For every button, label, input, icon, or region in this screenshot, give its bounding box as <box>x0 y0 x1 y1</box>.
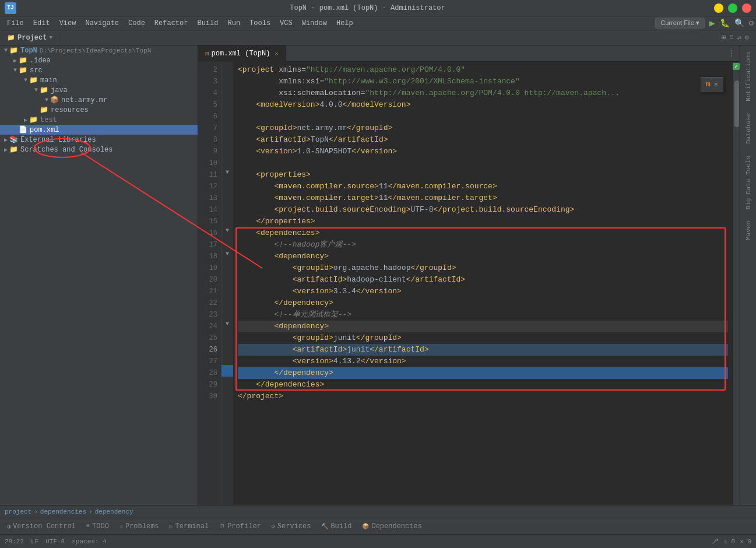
package-icon: 📦 <box>50 96 59 104</box>
database-panel-icon[interactable]: Database <box>743 107 754 150</box>
menu-refactor[interactable]: Refactor <box>150 18 193 29</box>
project-dropdown[interactable]: ▼ <box>49 35 52 41</box>
tree-item-label: .idea <box>30 57 51 65</box>
status-position[interactable]: 28:22 <box>5 538 24 545</box>
fold-icon-properties[interactable]: ▼ <box>221 167 233 178</box>
tree-item-src[interactable]: ▼ 📁 src <box>0 65 198 75</box>
breadcrumb-sep-2: › <box>89 508 93 515</box>
menu-code[interactable]: Code <box>124 18 150 29</box>
maven-panel-icon[interactable]: Maven <box>743 215 754 246</box>
tree-item-scratches[interactable]: ▶ 📁 Scratches and Consoles <box>0 145 198 154</box>
run-button[interactable]: ▶ <box>709 17 715 29</box>
scroll-thumb[interactable] <box>734 80 739 127</box>
tree-item-external-libs[interactable]: ▶ 📚 External Libraries <box>0 135 198 145</box>
minimize-button[interactable] <box>714 3 723 13</box>
git-icon: ⎇ <box>711 538 719 545</box>
line-num: 23 <box>198 309 221 321</box>
code-line-5: <modelVersion>4.0.0</modelVersion> <box>238 99 728 111</box>
tree-item-test[interactable]: ▶ 📁 test <box>0 115 198 125</box>
tab-todo[interactable]: ≡ TODO <box>82 521 114 532</box>
settings-tree-icon[interactable]: ⚙ <box>745 33 749 42</box>
error-count[interactable]: ✕ 0 <box>740 538 751 545</box>
tree-item-main[interactable]: ▼ 📁 main <box>0 75 198 85</box>
settings-button[interactable]: ⚙ <box>749 18 754 28</box>
tree-arrow: ▼ <box>12 67 19 73</box>
code-line-9: <version>1.0-SNAPSHOT</version> <box>238 146 728 157</box>
warning-count[interactable]: ⚠ 0 <box>723 538 735 545</box>
breadcrumb-dependency[interactable]: dependency <box>95 508 133 515</box>
code-content[interactable]: <project xmlns="http://maven.apache.org/… <box>233 62 733 505</box>
status-charset[interactable]: UTF-8 <box>45 538 65 545</box>
menu-edit[interactable]: Edit <box>29 18 55 29</box>
menu-help[interactable]: Help <box>332 18 358 29</box>
menu-view[interactable]: View <box>55 18 81 29</box>
line-num: 7 <box>198 122 221 134</box>
line-num: 17 <box>198 239 221 251</box>
line-num: 20 <box>198 274 221 286</box>
bigdata-panel-icon[interactable]: Big Data Tools <box>743 150 754 215</box>
tab-services[interactable]: ⚙ Services <box>267 521 316 532</box>
breadcrumb-dependencies[interactable]: dependencies <box>40 508 86 515</box>
layout-icon[interactable]: ⇄ <box>737 33 741 42</box>
menu-file[interactable]: File <box>2 18 29 29</box>
code-line-12: <maven.compiler.source>11</maven.compile… <box>238 181 728 192</box>
editor-options-icon[interactable]: ⋮ <box>728 49 735 58</box>
folder-icon: 📁 <box>19 56 27 65</box>
tree-item-package[interactable]: ▼ 📦 net.army.mr <box>0 95 198 105</box>
notifications-panel-icon[interactable]: Notifications <box>743 45 754 107</box>
fold-icon-deps[interactable]: ▼ <box>221 225 233 237</box>
tree-arrow: ▼ <box>22 77 29 83</box>
code-editor[interactable]: 2 3 4 5 6 7 8 9 10 11 12 13 14 15 16 17 … <box>198 62 740 505</box>
vertical-scrollbar[interactable]: ✓ <box>733 62 740 505</box>
debug-button[interactable]: 🐛 <box>720 18 730 28</box>
status-spaces[interactable]: spaces: 4 <box>72 538 106 545</box>
code-line-15: </properties> <box>238 216 728 227</box>
code-line-6 <box>238 111 728 122</box>
terminal-icon: ▷ <box>170 523 173 530</box>
maven-close-btn[interactable]: ✕ <box>714 80 718 89</box>
menu-vcs[interactable]: VCS <box>275 18 297 29</box>
line-num: 3 <box>198 76 221 87</box>
line-numbers: 2 3 4 5 6 7 8 9 10 11 12 13 14 15 16 17 … <box>198 62 221 505</box>
tab-build[interactable]: 🔨 Build <box>317 521 356 532</box>
tree-item-java[interactable]: ▼ 📁 java <box>0 85 198 95</box>
tree-item-idea[interactable]: ▶ 📁 .idea <box>0 55 198 65</box>
collapse-icon[interactable]: ≡ <box>729 33 733 42</box>
fold-icon-dep1[interactable]: ▼ <box>221 248 233 260</box>
main-area: ▼ 📁 TopN D:\Projects\IdeaProjects\TopN ▶… <box>0 45 756 505</box>
tab-profiler[interactable]: ⏱ Profiler <box>215 521 266 532</box>
tab-pomxml[interactable]: m pom.xml (TopN) ✕ <box>198 45 286 62</box>
search-button[interactable]: 🔍 <box>734 18 744 28</box>
line-num: 5 <box>198 99 221 111</box>
fold-icon-dep2[interactable]: ▼ <box>221 318 233 330</box>
run-config-button[interactable]: Current File ▾ <box>655 17 705 29</box>
tab-terminal[interactable]: ▷ Terminal <box>165 521 214 532</box>
close-button[interactable] <box>742 3 751 13</box>
maximize-button[interactable] <box>728 3 737 13</box>
tab-problems[interactable]: ⚠ Problems <box>115 521 164 532</box>
tab-dependencies[interactable]: 📦 Dependencies <box>357 521 426 532</box>
project-tab[interactable]: 📁 Project ▼ <box>2 31 58 45</box>
vc-label: Version Control <box>13 522 76 531</box>
menu-window[interactable]: Window <box>297 18 332 29</box>
menu-build[interactable]: Build <box>192 18 223 29</box>
tab-close-icon[interactable]: ✕ <box>275 50 278 57</box>
menu-tools[interactable]: Tools <box>245 18 275 29</box>
line-num: 19 <box>198 262 221 274</box>
menu-run[interactable]: Run <box>223 18 245 29</box>
tree-arrow: ▼ <box>2 47 9 54</box>
project-label: Project <box>17 34 47 42</box>
menu-navigate[interactable]: Navigate <box>80 18 124 29</box>
scope-icon[interactable]: ⊞ <box>722 33 726 42</box>
tree-item-label: test <box>40 116 57 124</box>
line-num: 15 <box>198 216 221 227</box>
code-line-28: </dependency> <box>238 367 728 379</box>
tree-item-pomxml[interactable]: 📄 pom.xml <box>0 125 198 135</box>
tree-item-topn[interactable]: ▼ 📁 TopN D:\Projects\IdeaProjects\TopN <box>0 45 198 55</box>
breadcrumb-project[interactable]: project <box>5 508 31 515</box>
status-lf[interactable]: LF <box>31 538 38 545</box>
maven-icon-tooltip: m <box>706 80 711 89</box>
tab-version-control[interactable]: ◑ Version Control <box>2 521 80 532</box>
code-line-24: <dependency> <box>238 321 728 332</box>
tree-item-resources[interactable]: 📁 resources <box>0 105 198 115</box>
